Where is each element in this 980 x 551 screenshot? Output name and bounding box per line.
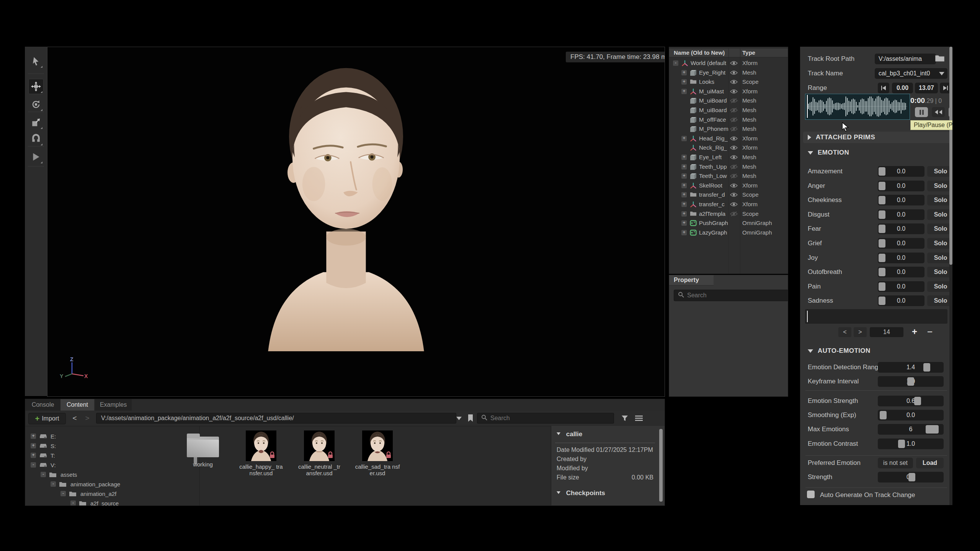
scale-tool-button[interactable]	[28, 115, 44, 130]
keyframe-count-field[interactable]: 14	[870, 327, 903, 337]
stage-column-type[interactable]: Type	[742, 49, 755, 56]
file-item-usd[interactable]: callie_neutral _transfer.usd	[297, 430, 342, 476]
expand-toggle[interactable]: +	[681, 183, 687, 188]
expand-toggle[interactable]: -	[51, 481, 56, 487]
select-tool-button[interactable]	[28, 54, 44, 69]
auto-emotion-slider[interactable]: 1.4	[878, 362, 944, 373]
prim-name[interactable]: World (default	[691, 60, 726, 66]
solo-button[interactable]: Solo	[927, 267, 952, 277]
visibility-off-eye-icon[interactable]	[729, 164, 738, 171]
expand-toggle[interactable]: -	[70, 500, 76, 506]
stage-tree-row[interactable]: +Teeth_LowMesh	[669, 171, 788, 181]
play-tool-button[interactable]	[28, 149, 44, 165]
slider-handle[interactable]	[898, 440, 905, 448]
solo-button[interactable]: Solo	[927, 253, 952, 263]
panel-scrollbar[interactable]	[949, 47, 952, 265]
slider-handle[interactable]	[879, 167, 885, 176]
auto-emotion-slider[interactable]: 1.0	[878, 439, 944, 449]
slider-handle[interactable]	[879, 210, 885, 219]
stage-column-name[interactable]: Name (Old to New)	[674, 49, 725, 56]
prim-name[interactable]: LazyGraph	[699, 229, 727, 236]
back-button[interactable]: <	[69, 413, 80, 424]
expand-toggle[interactable]: -	[60, 491, 66, 496]
emotion-keyframe-track[interactable]	[805, 309, 947, 324]
expand-toggle[interactable]: +	[681, 79, 687, 85]
stage-tree-row[interactable]: M_uiBoardMesh	[669, 106, 788, 115]
emotion-slider-disgust[interactable]: 0.0	[878, 209, 924, 220]
auto-emotion-slider[interactable]: 6	[878, 424, 944, 435]
prim-name[interactable]: Looks	[699, 78, 714, 85]
tree-item-s[interactable]: +S:	[25, 442, 199, 451]
tree-item-animationa2f[interactable]: -animation_a2f	[25, 489, 199, 499]
list-options-button[interactable]	[633, 413, 645, 424]
visibility-on-eye-icon[interactable]	[729, 60, 738, 67]
tab-property[interactable]: Property	[669, 275, 714, 285]
tree-item-a2fsource[interactable]: -a2f_source	[25, 499, 199, 506]
tab-examples[interactable]: Examples	[95, 399, 132, 411]
expand-toggle[interactable]: -	[673, 60, 678, 66]
stage-tree-row[interactable]: Neck_Rig_Xform	[669, 143, 788, 152]
slider-handle[interactable]	[879, 282, 885, 291]
expand-toggle[interactable]: +	[681, 230, 687, 235]
visibility-off-eye-icon[interactable]	[729, 126, 738, 133]
character-head-model[interactable]	[256, 59, 436, 351]
prim-name[interactable]: Eye_Right	[699, 69, 725, 76]
stage-tree-row[interactable]: +transfer_dScope	[669, 190, 788, 199]
expand-toggle[interactable]: +	[31, 443, 36, 448]
prev-page-button[interactable]: <	[838, 327, 851, 337]
emotion-slider-amazement[interactable]: 0.0	[878, 166, 924, 177]
expand-toggle[interactable]: +	[681, 70, 687, 75]
tab-content[interactable]: Content	[60, 399, 94, 411]
slider-handle[interactable]	[879, 239, 885, 248]
slider-handle[interactable]	[908, 473, 915, 481]
visibility-off-eye-icon[interactable]	[729, 173, 738, 180]
slider-handle[interactable]	[923, 363, 930, 372]
prim-name[interactable]: M_uiBoard	[699, 97, 727, 104]
stage-tree-row[interactable]: +SkelRootXform	[669, 181, 788, 190]
tree-item-e[interactable]: +E:	[25, 432, 199, 441]
stage-tree-row[interactable]: +LooksScope	[669, 77, 788, 86]
file-item-usd[interactable]: callie_sad_tra nsfer.usd	[355, 430, 400, 476]
expand-toggle[interactable]: -	[31, 462, 36, 468]
3d-viewport[interactable]: FPS: 41.70, Frame time: 23.98 ms	[47, 47, 665, 397]
prim-name[interactable]: M_offFace	[699, 116, 726, 123]
content-search-input[interactable]: Search	[477, 413, 614, 424]
path-breadcrumb-field[interactable]: V:/assets/animation_package/animation_a2…	[96, 413, 456, 424]
expand-toggle[interactable]: +	[681, 155, 687, 160]
expand-toggle[interactable]: +	[31, 453, 36, 458]
stage-tree-row[interactable]: M_PhonemMesh	[669, 124, 788, 134]
visibility-off-eye-icon[interactable]	[729, 211, 738, 218]
prim-name[interactable]: Neck_Rig_	[699, 144, 727, 151]
visibility-on-eye-icon[interactable]	[729, 183, 738, 189]
rewind-button[interactable]	[932, 107, 945, 117]
skip-to-start-button[interactable]	[878, 83, 889, 93]
auto-generate-checkbox[interactable]	[807, 491, 815, 498]
load-button[interactable]: Load	[916, 458, 944, 468]
tree-item-t[interactable]: +T:	[25, 451, 199, 460]
emotion-slider-sadness[interactable]: 0.0	[878, 295, 924, 306]
remove-keyframe-button[interactable]: −	[923, 326, 936, 336]
range-start-field[interactable]: 0.00	[892, 83, 913, 93]
attached-prims-section-header[interactable]: ATTACHED PRIMS	[803, 132, 952, 143]
stage-tree-row[interactable]: +PushGraphOmniGraph	[669, 218, 788, 228]
slider-handle[interactable]	[879, 268, 885, 276]
stage-tree-row[interactable]: +LazyGraphOmniGraph	[669, 228, 788, 237]
stage-tree-row[interactable]: M_offFaceMesh	[669, 115, 788, 124]
visibility-on-eye-icon[interactable]	[729, 192, 738, 199]
checkpoints-section-header[interactable]: Checkpoints	[557, 489, 653, 497]
expand-toggle[interactable]: +	[681, 89, 687, 94]
property-search-input[interactable]: Search	[674, 290, 788, 301]
stage-tree-row[interactable]: +Teeth_UppMesh	[669, 162, 788, 171]
stage-tree-row[interactable]: +Head_Rig_Xform	[669, 134, 788, 143]
stage-tree-row[interactable]: +a2fTemplaScope	[669, 209, 788, 218]
solo-button[interactable]: Solo	[927, 223, 952, 234]
move-tool-button[interactable]	[28, 79, 44, 94]
details-title-row[interactable]: callie	[557, 430, 653, 438]
prim-name[interactable]: Head_Rig_	[699, 135, 728, 142]
visibility-on-eye-icon[interactable]	[729, 202, 738, 208]
prim-name[interactable]: transfer_c	[699, 201, 725, 207]
emotion-slider-pain[interactable]: 0.0	[878, 281, 924, 292]
filter-button[interactable]	[619, 413, 630, 424]
emotion-slider-joy[interactable]: 0.0	[878, 253, 924, 263]
prim-name[interactable]: M_uiBoard	[699, 107, 727, 113]
